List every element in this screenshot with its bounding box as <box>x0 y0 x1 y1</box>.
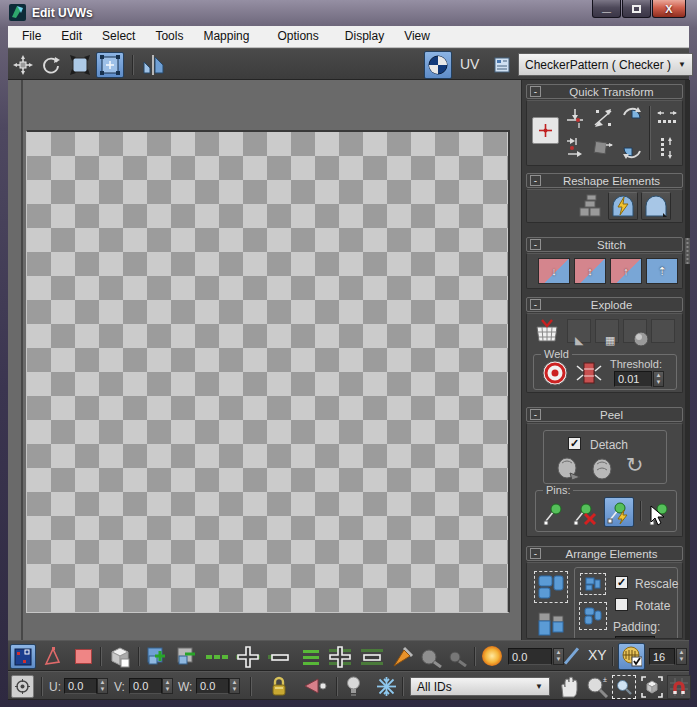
show-map-toggle-button[interactable] <box>424 51 452 79</box>
quick-relax-button[interactable] <box>608 192 638 220</box>
reset-peel-icon[interactable]: ↺ <box>626 453 644 477</box>
space-vertical-button[interactable] <box>655 135 679 161</box>
weld-threshold-field[interactable]: 0.01 <box>614 371 652 387</box>
maximize-button[interactable] <box>622 0 651 18</box>
align-pivot-button[interactable] <box>532 117 559 144</box>
rescale-checkbox[interactable]: ✓ <box>615 576 628 589</box>
panel-scrollbar-handle[interactable] <box>685 238 690 264</box>
stitch-source-button[interactable]: ↑ <box>610 258 642 284</box>
uv-channel-flyout[interactable]: UV <box>460 56 479 72</box>
soft-selection-value-field[interactable]: 0.0 <box>508 648 552 665</box>
menu-file[interactable]: File <box>12 26 51 47</box>
break-element-button-disabled[interactable] <box>651 319 675 343</box>
flatten-triangle-icon[interactable]: ◣ <box>575 334 583 347</box>
relax-tool-button[interactable] <box>641 192 671 220</box>
rotate-ccw-button[interactable] <box>619 135 645 161</box>
align-vertical-button[interactable] <box>563 135 587 161</box>
collapse-icon[interactable]: - <box>530 299 541 310</box>
select-ring-button[interactable] <box>298 644 324 669</box>
detach-checkbox[interactable]: ✓ <box>568 437 581 450</box>
stitch-target-button[interactable]: ⇡ <box>646 258 678 284</box>
texture-options-button[interactable] <box>490 53 514 77</box>
polygon-mode-button[interactable] <box>70 644 96 669</box>
move-tool-button[interactable] <box>10 52 36 78</box>
filter-selected-faces-icon[interactable] <box>304 678 328 695</box>
element-mode-button[interactable] <box>106 644 134 669</box>
menu-edit[interactable]: Edit <box>51 26 92 47</box>
collapse-icon[interactable]: - <box>530 548 541 559</box>
menu-display[interactable]: Display <box>335 26 394 47</box>
peel-mode-icon[interactable] <box>590 457 614 481</box>
minimize-button[interactable]: — <box>592 0 621 18</box>
soft-selection-spinner[interactable]: ▲ ▼ <box>553 648 564 665</box>
rollout-header-arrange-elements[interactable]: - Arrange Elements <box>526 546 683 561</box>
pin-remove-icon[interactable] <box>572 501 598 525</box>
grow-ring-button[interactable] <box>326 644 354 669</box>
break-button[interactable] <box>533 317 561 345</box>
grow-selection-button[interactable] <box>144 644 170 669</box>
menu-select[interactable]: Select <box>92 26 145 47</box>
relax-until-flat-button[interactable] <box>575 192 605 220</box>
align-to-pivot-button[interactable] <box>591 135 615 161</box>
vertex-mode-button[interactable] <box>10 644 36 669</box>
u-coordinate-field[interactable]: 0.0 <box>64 678 97 694</box>
padding-field[interactable] <box>615 636 655 639</box>
freeform-mode-button[interactable] <box>96 52 124 78</box>
menu-options[interactable]: Options <box>267 26 328 47</box>
menu-view[interactable]: View <box>394 26 440 47</box>
edge-distance-spinner[interactable]: ▲ ▼ <box>676 648 687 665</box>
show-hidden-icon[interactable] <box>346 676 361 697</box>
rotate-tool-button[interactable] <box>38 52 64 78</box>
lock-selection-icon[interactable] <box>270 676 288 697</box>
weld-threshold-spinner[interactable]: ▲ ▼ <box>653 371 664 387</box>
w-coordinate-field[interactable]: 0.0 <box>196 678 229 694</box>
rollout-header-quick-transform[interactable]: - Quick Transform <box>526 84 683 99</box>
panel-scrollbar[interactable] <box>685 80 690 640</box>
stitch-custom-button[interactable]: ↓ <box>538 258 570 284</box>
menu-tools[interactable]: Tools <box>145 26 193 47</box>
flatten-sphere-icon[interactable] <box>633 331 649 347</box>
rollout-header-explode[interactable]: - Explode <box>526 297 683 312</box>
edge-mode-button[interactable] <box>40 644 66 669</box>
uv-canvas[interactable] <box>8 80 521 640</box>
paint-brush-falloff-button[interactable] <box>444 644 470 669</box>
edge-distance-field[interactable]: 16 <box>649 648 675 665</box>
rotate-checkbox[interactable] <box>615 598 628 611</box>
zoom-icon[interactable]: ± <box>586 676 609 698</box>
zoom-region-button[interactable] <box>612 675 636 699</box>
w-spinner[interactable]: ▲ ▼ <box>229 678 240 694</box>
pack-together-button[interactable] <box>534 609 568 639</box>
collapse-icon[interactable]: - <box>530 239 541 250</box>
pack-full-button[interactable] <box>579 602 607 630</box>
falloff-curve-icon[interactable] <box>564 647 579 664</box>
u-spinner[interactable]: ▲ ▼ <box>97 678 108 694</box>
align-horizontal-button[interactable] <box>563 105 587 131</box>
menu-mapping[interactable]: Mapping <box>193 26 259 47</box>
shrink-selection-button[interactable] <box>174 644 200 669</box>
shrink-ring-button[interactable] <box>358 644 386 669</box>
flatten-grid-icon[interactable]: ▦ <box>605 334 615 347</box>
rotate-cw-button[interactable] <box>619 105 645 131</box>
rollout-header-stitch[interactable]: - Stitch <box>526 237 683 252</box>
align-to-edge-button[interactable] <box>591 105 615 131</box>
v-coordinate-field[interactable]: 0.0 <box>129 678 162 694</box>
close-button[interactable]: X <box>652 0 686 18</box>
mirror-tool-button[interactable] <box>138 52 170 78</box>
scale-tool-button[interactable] <box>66 52 94 78</box>
shrink-loop-button[interactable] <box>266 644 294 669</box>
absolute-offset-toggle-button[interactable] <box>11 675 34 698</box>
pan-hand-icon[interactable] <box>558 675 580 699</box>
soft-selection-falloff-icon[interactable] <box>482 646 502 666</box>
falloff-space-flyout[interactable]: XY <box>588 647 607 663</box>
snap-toggle-button[interactable] <box>667 675 691 699</box>
pack-normalize-button[interactable] <box>534 571 568 603</box>
rollout-header-peel[interactable]: - Peel <box>526 407 683 422</box>
grow-loop-button[interactable] <box>234 644 262 669</box>
v-spinner[interactable]: ▲ ▼ <box>162 678 173 694</box>
stitch-average-button[interactable]: ↕ <box>574 258 606 284</box>
freeze-snowflake-icon[interactable] <box>376 676 397 697</box>
rollout-header-reshape-elements[interactable]: - Reshape Elements <box>526 173 683 188</box>
material-id-dropdown[interactable]: All IDs ▼ <box>410 677 550 696</box>
space-horizontal-button[interactable] <box>655 105 679 131</box>
pack-custom-button[interactable] <box>580 573 606 595</box>
